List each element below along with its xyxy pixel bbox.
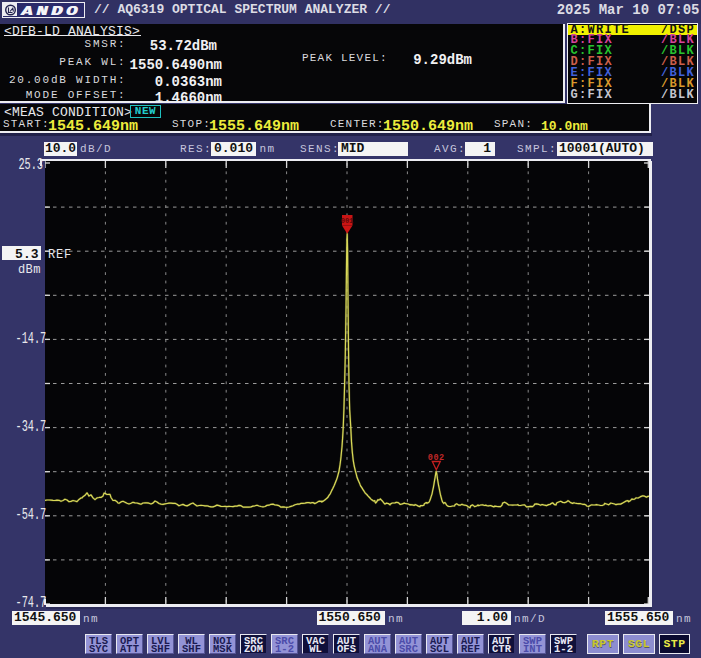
svg-text:001: 001 bbox=[341, 217, 354, 225]
